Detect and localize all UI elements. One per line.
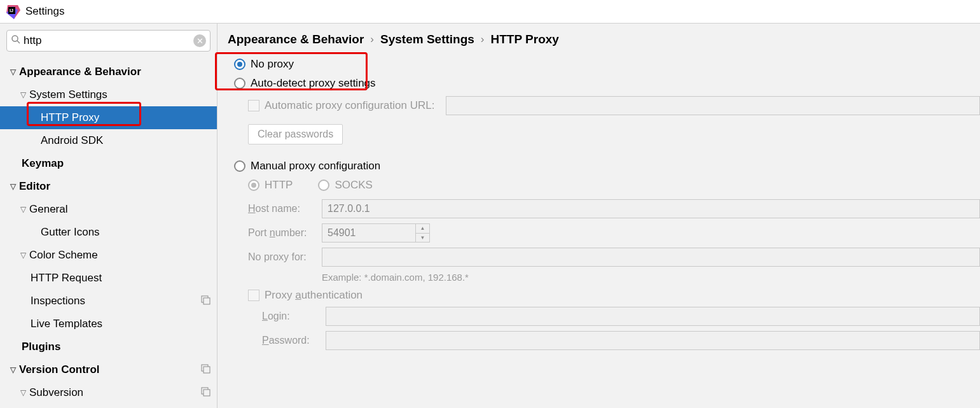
- example-hint: Example: *.domain.com, 192.168.*: [322, 272, 980, 283]
- chevron-down-icon: ▽: [8, 182, 18, 191]
- search-icon: [11, 34, 21, 47]
- radio-auto-detect[interactable]: Auto-detect proxy settings: [234, 77, 980, 90]
- svg-rect-5: [204, 298, 210, 304]
- label-no-proxy-for: No proxy for:: [248, 251, 322, 263]
- tree-subversion[interactable]: ▽ Subversion: [0, 381, 217, 404]
- radio-icon: [318, 179, 329, 191]
- tree-gutter-icons[interactable]: Gutter Icons: [0, 221, 217, 244]
- label-password: Password:: [262, 335, 326, 346]
- radio-socks: SOCKS: [318, 179, 373, 192]
- radio-icon: [234, 78, 245, 89]
- radio-icon: [234, 59, 245, 70]
- tree-keymap[interactable]: Keymap: [0, 152, 217, 175]
- label-proxy-auth: Proxy authentication: [265, 289, 362, 302]
- tree-plugins[interactable]: Plugins: [0, 335, 217, 358]
- label-login: Login:: [262, 311, 326, 322]
- profile-icon: [201, 295, 210, 307]
- svg-point-2: [12, 36, 18, 41]
- tree-inspections[interactable]: Inspections: [0, 290, 217, 313]
- window-title: Settings: [25, 5, 64, 18]
- chevron-down-icon: ▽: [18, 205, 28, 214]
- input-no-proxy-for: [322, 248, 980, 267]
- svg-line-3: [17, 41, 20, 43]
- tree-http-proxy[interactable]: HTTP Proxy: [0, 106, 217, 129]
- input-auto-url: [446, 96, 980, 115]
- checkbox-auto-url: [248, 100, 259, 111]
- breadcrumb-http-proxy: HTTP Proxy: [491, 32, 559, 46]
- settings-sidebar: ✕ ▽ Appearance & Behavior ▽ System Setti…: [0, 23, 217, 408]
- checkbox-proxy-auth: [248, 290, 259, 301]
- svg-rect-7: [204, 367, 210, 373]
- breadcrumb-appearance[interactable]: Appearance & Behavior: [228, 32, 364, 46]
- input-login: [326, 307, 980, 326]
- profile-icon: [201, 364, 210, 376]
- clear-search-icon[interactable]: ✕: [193, 34, 206, 47]
- radio-icon: [248, 179, 259, 191]
- radio-no-proxy[interactable]: No proxy: [234, 58, 980, 71]
- search-field[interactable]: ✕: [6, 30, 210, 52]
- spinner-up-icon: ▲: [416, 224, 429, 234]
- label-host: Host name:: [248, 203, 322, 215]
- input-host: [322, 199, 980, 218]
- breadcrumb-separator: ›: [481, 33, 485, 46]
- chevron-down-icon: ▽: [18, 90, 28, 99]
- tree-general[interactable]: ▽ General: [0, 198, 217, 221]
- clear-passwords-button: Clear passwords: [248, 124, 343, 144]
- tree-version-control[interactable]: ▽ Version Control: [0, 358, 217, 381]
- profile-icon: [201, 387, 210, 398]
- search-input[interactable]: [21, 34, 193, 47]
- settings-tree: ▽ Appearance & Behavior ▽ System Setting…: [0, 58, 217, 404]
- tree-appearance-behavior[interactable]: ▽ Appearance & Behavior: [0, 60, 217, 83]
- tree-system-settings[interactable]: ▽ System Settings: [0, 83, 217, 106]
- tree-editor[interactable]: ▽ Editor: [0, 175, 217, 198]
- chevron-down-icon: ▽: [8, 365, 18, 374]
- chevron-down-icon: ▽: [8, 67, 18, 76]
- chevron-down-icon: ▽: [18, 251, 28, 260]
- radio-http: HTTP: [248, 179, 293, 192]
- chevron-down-icon: ▽: [18, 388, 28, 397]
- app-icon: IJ: [5, 4, 20, 19]
- tree-live-templates[interactable]: Live Templates: [0, 313, 217, 335]
- svg-text:IJ: IJ: [10, 8, 13, 13]
- tree-color-scheme[interactable]: ▽ Color Scheme: [0, 244, 217, 267]
- radio-manual[interactable]: Manual proxy configuration: [234, 160, 980, 172]
- breadcrumb-separator: ›: [370, 33, 374, 46]
- spinner-down-icon: ▼: [416, 234, 429, 243]
- breadcrumb: Appearance & Behavior › System Settings …: [228, 32, 980, 46]
- radio-icon: [234, 160, 245, 172]
- input-password: [326, 331, 980, 350]
- settings-content: Appearance & Behavior › System Settings …: [217, 23, 980, 408]
- tree-android-sdk[interactable]: Android SDK: [0, 129, 217, 152]
- input-port: [322, 223, 416, 243]
- label-port: Port number:: [248, 227, 322, 239]
- tree-http-request[interactable]: HTTP Request: [0, 267, 217, 290]
- port-spinner: ▲▼: [416, 223, 430, 243]
- svg-rect-9: [204, 390, 210, 396]
- label-auto-url: Automatic proxy configuration URL:: [265, 99, 434, 112]
- breadcrumb-system-settings[interactable]: System Settings: [380, 32, 474, 46]
